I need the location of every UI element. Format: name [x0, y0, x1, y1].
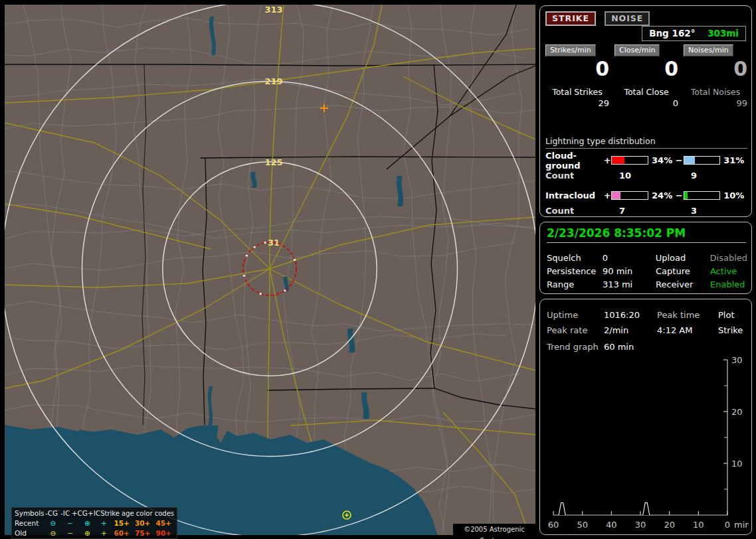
capture-label: Capture [656, 265, 710, 278]
pos-cg-old-icon: ⊕ [78, 528, 97, 538]
pos-cg-recent-icon: ⊕ [78, 518, 97, 528]
legend-pos-cg-label: +CG [72, 508, 88, 518]
legend-symbols-label: Symbols [15, 508, 45, 518]
legend-neg-cg-label: -CG [45, 508, 59, 518]
cg-positive-pct: 34% [652, 155, 676, 165]
strikes-per-min-value: 0 [545, 58, 609, 80]
legend-old-label: Old [15, 528, 44, 538]
trend-graph-chart: 1020306050403020100min [544, 356, 749, 533]
status-row: Range 313 mi Receiver Enabled [547, 278, 747, 291]
total-close-label: Total Close [614, 87, 678, 97]
noise-button[interactable]: NOISE [605, 11, 650, 26]
cg-negative-count: 9 [691, 171, 697, 180]
svg-text:30: 30 [731, 356, 743, 365]
neg-ic-old-icon: − [62, 528, 78, 538]
receiver-status-panel: 2/23/2026 8:35:02 PM Squelch 0 Upload Di… [539, 222, 752, 294]
strike-stats-panel: STRIKE NOISE Bng 162° 303mi Strikes/min … [539, 5, 752, 217]
noises-per-min-chip: Noises/min [684, 44, 733, 56]
cg-negative-pct: 31% [723, 155, 747, 165]
strikes-per-min-chip: Strikes/min [545, 44, 596, 56]
svg-text:313: 313 [264, 5, 282, 15]
svg-text:219: 219 [264, 76, 282, 86]
plot-mode-value: Strike [718, 323, 747, 338]
plus-sign: + [604, 191, 612, 200]
legend-pos-ic-label: +IC [88, 508, 100, 518]
close-per-min-value: 0 [614, 58, 678, 80]
neg-cg-old-icon: ⊖ [44, 528, 62, 538]
range-value: 313 mi [603, 278, 656, 291]
plot-label: Plot [718, 307, 747, 323]
receiver-value: Enabled [710, 278, 747, 291]
receiver-label: Receiver [656, 278, 710, 291]
trend-graph-label: Trend graph [547, 342, 604, 352]
total-close-value: 0 [614, 98, 678, 108]
total-strikes-label: Total Strikes [545, 87, 609, 97]
ic-negative-pct: 10% [723, 191, 747, 200]
range-label: Range [547, 278, 603, 291]
stats-row: Uptime 1016:20 Peak time Plot [547, 307, 747, 323]
minus-sign: − [676, 191, 684, 200]
noises-per-min-value: 0 [684, 58, 747, 80]
lightning-distribution: Lightning type distribution Cloud-ground… [545, 136, 747, 215]
ic-positive-count: 7 [619, 206, 691, 215]
lightning-map[interactable]: 31125219313 Symbols -CG -IC +CG +IC Stri… [5, 5, 535, 535]
svg-text:20: 20 [664, 520, 675, 530]
minus-sign: − [676, 155, 684, 165]
svg-text:10: 10 [693, 520, 704, 530]
peak-rate-label: Peak rate [547, 323, 604, 338]
map-svg: 31125219313 [5, 5, 535, 535]
svg-text:50: 50 [577, 520, 588, 530]
mode-button-row: STRIKE NOISE Bng 162° 303mi [545, 11, 746, 27]
nexstorm-window: 31125219313 Symbols -CG -IC +CG +IC Stri… [0, 0, 756, 539]
neg-cg-recent-icon: ⊖ [44, 518, 62, 528]
upload-value: Disabled [710, 252, 747, 265]
rate-columns: Strikes/min 0 Total Strikes 29 Close/min… [545, 42, 747, 108]
age-90-label: 90+ [153, 528, 174, 538]
status-rows: Squelch 0 Upload Disabled Persistence 90… [547, 252, 747, 291]
cg-positive-count: 10 [619, 171, 691, 180]
svg-text:31: 31 [268, 238, 280, 248]
trend-graph-setting: Trend graph 60 min [547, 342, 634, 352]
cg-negative-bar [684, 156, 721, 165]
svg-text:20: 20 [731, 407, 743, 417]
close-rate-column: Close/min 0 Total Close 0 [614, 42, 678, 108]
stats-row: Peak rate 2/min 4:12 AM Strike [547, 323, 747, 338]
cloud-ground-label: Cloud-ground [545, 151, 604, 171]
bearing-distance: 303mi [708, 28, 739, 38]
legend-neg-ic-label: -IC [59, 508, 72, 518]
uptime-stats: Uptime 1016:20 Peak time Plot Peak rate … [547, 307, 747, 338]
uptime-label: Uptime [547, 307, 604, 323]
total-noises-label: Total Noises [684, 87, 747, 97]
pos-ic-recent-icon: + [96, 518, 111, 528]
strike-button[interactable]: STRIKE [545, 11, 596, 26]
cloud-ground-row: Cloud-ground + 34% − 31% [545, 155, 747, 165]
age-75-label: 75+ [132, 528, 153, 538]
strikes-rate-column: Strikes/min 0 Total Strikes 29 [545, 42, 609, 108]
count-label: Count [545, 206, 619, 215]
svg-text:40: 40 [606, 520, 617, 530]
ic-negative-count: 3 [691, 206, 697, 215]
legend-recent-label: Recent [15, 518, 44, 528]
squelch-value: 0 [603, 252, 656, 265]
map-legend: Symbols -CG -IC +CG +IC Strike age color… [11, 507, 177, 539]
cg-positive-bar [611, 156, 648, 165]
total-strikes-value: 29 [545, 98, 609, 108]
intracloud-label: Intracloud [545, 191, 604, 200]
squelch-label: Squelch [547, 252, 603, 265]
status-row: Persistence 90 min Capture Active [547, 265, 747, 278]
intracloud-count-row: Count 7 3 [545, 206, 747, 215]
legend-header: Symbols -CG -IC +CG +IC Strike age color… [15, 508, 174, 518]
close-per-min-chip: Close/min [614, 44, 660, 56]
peak-rate-value: 2/min [604, 323, 657, 338]
svg-text:125: 125 [264, 157, 282, 167]
age-30-label: 30+ [132, 518, 153, 528]
trend-panel: Uptime 1016:20 Peak time Plot Peak rate … [539, 299, 752, 535]
legend-age-title: Strike age color codes [100, 508, 174, 518]
neg-ic-recent-icon: − [62, 518, 78, 528]
count-label: Count [545, 171, 619, 180]
svg-text:10: 10 [731, 459, 743, 469]
total-noises-value: 99 [684, 98, 747, 108]
trend-graph-value: 60 min [604, 342, 634, 352]
svg-text:min: min [734, 520, 749, 530]
ic-negative-bar [684, 191, 721, 200]
